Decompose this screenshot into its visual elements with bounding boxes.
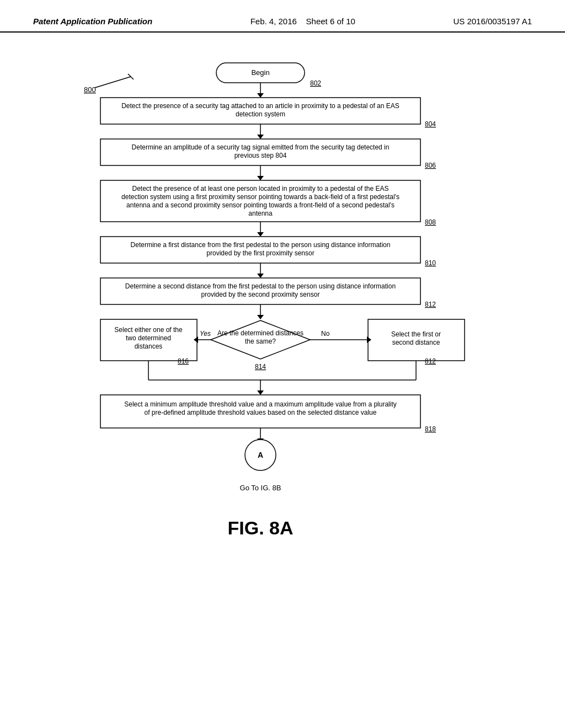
step-804-text-2: detection system (236, 110, 285, 118)
svg-marker-3 (257, 93, 264, 98)
step-816-text-2: two determined (126, 334, 171, 342)
step-816-text-3: distances (135, 342, 163, 350)
header-center: Feb. 4, 2016 Sheet 6 of 10 (250, 17, 355, 26)
step-806-text-1: Determine an amplitude of a security tag… (132, 143, 390, 151)
step-812-text-1: Determine a second distance from the fir… (125, 282, 396, 290)
step-812-text-2: provided by the second proximity sensor (201, 291, 320, 298)
diamond-814-text-1: Are the determined distances (217, 329, 303, 337)
pub-date: Feb. 4, 2016 (250, 17, 297, 26)
step-818-ref: 818 (425, 425, 436, 433)
flowchart-svg: 800 Begin 802 Detect the presence of a s… (67, 55, 498, 634)
step-808-text-1: Detect the presence of at least one pers… (132, 185, 389, 192)
svg-marker-11 (257, 274, 264, 278)
svg-marker-23 (257, 390, 264, 395)
step-818-text-1: Select a minimum amplitude threshold val… (124, 400, 397, 408)
step-810-text-2: provided by the first proximity sensor (206, 249, 314, 257)
step-812-right-ref: 812 (425, 357, 436, 365)
header: Patent Application Publication Feb. 4, 2… (0, 0, 565, 33)
step-812-right-text-1: Select the first or (391, 330, 441, 338)
svg-marker-13 (257, 315, 264, 319)
page: Patent Application Publication Feb. 4, 2… (0, 0, 565, 728)
svg-line-1 (128, 74, 134, 79)
step-804-text-1: Detect the presence of a security tag at… (121, 102, 399, 110)
diamond-814-ref: 814 (255, 363, 266, 371)
patent-number: US 2016/0035197 A1 (453, 17, 532, 26)
step-806-ref: 806 (425, 162, 436, 169)
begin-label: Begin (251, 68, 269, 77)
connector-a-label: A (258, 451, 263, 459)
no-label: No (321, 330, 330, 338)
svg-line-0 (95, 77, 131, 88)
fig-title: FIG. 8A (227, 517, 293, 538)
step-816-ref: 816 (178, 357, 189, 365)
step-810-ref: 810 (425, 259, 436, 267)
svg-marker-9 (257, 232, 264, 237)
step-808-ref: 808 (425, 218, 436, 226)
step-812-ref: 812 (425, 301, 436, 308)
step-818-text-2: of pre-defined amplitude threshold value… (145, 409, 377, 416)
step-808-text-2: detection system using a first proximity… (121, 193, 399, 201)
step-808-text-3: antenna and a second proximity sensor po… (126, 201, 395, 209)
step-816-text-1: Select either one of the (114, 326, 183, 334)
step-808-text-4: antenna (248, 210, 273, 217)
goto-label: Go To IG. 8B (240, 484, 281, 492)
sheet-info: Sheet 6 of 10 (306, 17, 355, 26)
yes-label: Yes (200, 330, 211, 338)
patent-label: Patent Application Publication (33, 17, 152, 26)
step-810-text-1: Determine a first distance from the firs… (131, 241, 391, 249)
begin-ref: 802 (310, 79, 321, 87)
step-806-text-2: previous step 804 (234, 152, 287, 159)
svg-marker-5 (257, 135, 264, 139)
main-content: 800 Begin 802 Detect the presence of a s… (0, 33, 565, 650)
step-812-right-text-2: second distance (392, 339, 440, 346)
step-804-ref: 804 (425, 120, 436, 128)
svg-marker-7 (257, 176, 264, 180)
diamond-814-text-2: the same? (245, 338, 276, 345)
fig-label: 800 (84, 85, 96, 94)
